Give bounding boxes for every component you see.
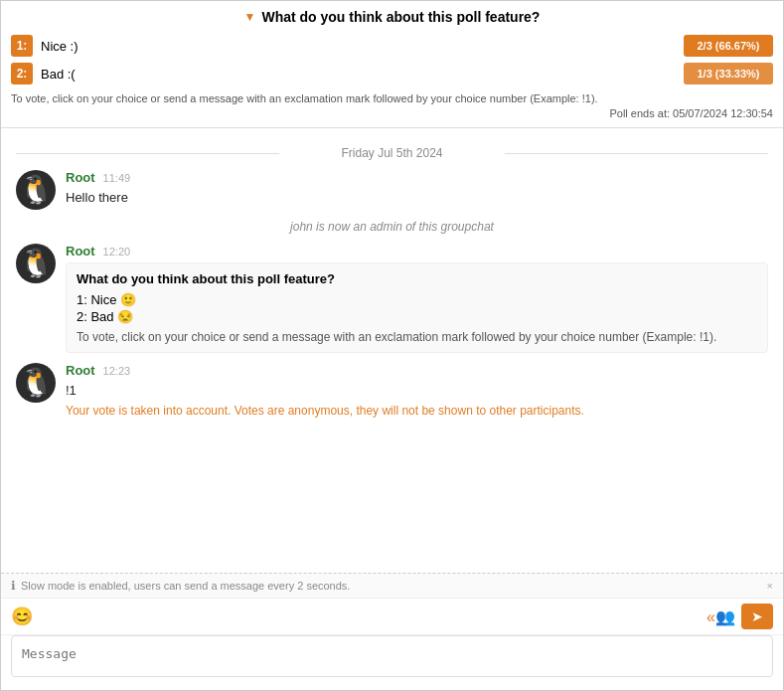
message-row: 🐧 Root 11:49 Hello there bbox=[16, 170, 768, 210]
poll-chevron-icon[interactable]: ▼ bbox=[244, 10, 256, 24]
poll-title: ▼ What do you think about this poll feat… bbox=[11, 9, 773, 25]
avatar-icon: 🐧 bbox=[19, 247, 54, 279]
message-content: Root 11:49 Hello there bbox=[66, 170, 768, 208]
poll-option-2[interactable]: 2: Bad :( 1/3 (33.33%) bbox=[11, 63, 773, 85]
message-input-wrapper bbox=[1, 634, 783, 690]
username: Root bbox=[66, 244, 95, 259]
poll-msg-title: What do you think about this poll featur… bbox=[77, 271, 757, 286]
avatar: 🐧 bbox=[16, 244, 56, 283]
username: Root bbox=[66, 363, 95, 378]
message-text: !1 bbox=[66, 381, 768, 401]
poll-option-1-bar[interactable]: 2/3 (66.67%) bbox=[684, 35, 773, 57]
message-header: Root 11:49 bbox=[66, 170, 768, 185]
poll-vote-info: To vote, click on your choice or send a … bbox=[11, 90, 773, 107]
poll-ends-text: Poll ends at: 05/07/2024 12:30:54 bbox=[11, 107, 773, 119]
message-input[interactable] bbox=[11, 635, 773, 677]
poll-option-1-number: 1: bbox=[11, 35, 33, 57]
slow-mode-close[interactable]: × bbox=[767, 580, 773, 592]
input-toolbar: 😊 «👥 ➤ bbox=[1, 598, 783, 634]
poll-section: ▼ What do you think about this poll feat… bbox=[1, 1, 783, 128]
slow-mode-text: Slow mode is enabled, users can send a m… bbox=[21, 580, 350, 592]
poll-title-text: What do you think about this poll featur… bbox=[261, 9, 540, 25]
username: Root bbox=[66, 170, 95, 185]
poll-option-1-label: Nice :) bbox=[41, 39, 684, 54]
poll-msg-vote-info: To vote, click on your choice or send a … bbox=[77, 330, 757, 344]
message-text: Hello there bbox=[66, 188, 768, 208]
timestamp: 12:20 bbox=[103, 246, 131, 258]
message-row: 🐧 Root 12:20 What do you think about thi… bbox=[16, 244, 768, 353]
message-content: Root 12:23 !1 Your vote is taken into ac… bbox=[66, 363, 768, 419]
chat-area: Friday Jul 5th 2024 🐧 Root 11:49 Hello t… bbox=[1, 128, 783, 574]
poll-message-box: What do you think about this poll featur… bbox=[66, 262, 768, 353]
message-header: Root 12:20 bbox=[66, 244, 768, 259]
poll-option-1[interactable]: 1: Nice :) 2/3 (66.67%) bbox=[11, 35, 773, 57]
message-content: Root 12:20 What do you think about this … bbox=[66, 244, 768, 353]
poll-option-2-number: 2: bbox=[11, 63, 33, 85]
avatar-icon: 🐧 bbox=[19, 366, 54, 399]
message-header: Root 12:23 bbox=[66, 363, 768, 378]
timestamp: 11:49 bbox=[103, 172, 131, 184]
poll-msg-option-1[interactable]: 1: Nice 🙂 bbox=[77, 292, 757, 307]
toolbar-right: «👥 ➤ bbox=[706, 604, 773, 629]
system-message: john is now an admin of this groupchat bbox=[16, 220, 768, 234]
slow-mode-bar: ℹ Slow mode is enabled, users can send a… bbox=[1, 573, 783, 598]
emoji-button[interactable]: 😊 bbox=[11, 605, 33, 627]
send-button[interactable]: ➤ bbox=[741, 604, 773, 629]
reply-group-button[interactable]: «👥 bbox=[706, 607, 735, 626]
vote-feedback: Your vote is taken into account. Votes a… bbox=[66, 404, 768, 418]
poll-option-2-label: Bad :( bbox=[41, 67, 684, 82]
avatar: 🐧 bbox=[16, 170, 56, 210]
poll-msg-option-2[interactable]: 2: Bad 😒 bbox=[77, 309, 757, 324]
info-icon: ℹ bbox=[11, 579, 16, 593]
date-separator: Friday Jul 5th 2024 bbox=[16, 146, 768, 160]
timestamp: 12:23 bbox=[103, 365, 131, 377]
message-row: 🐧 Root 12:23 !1 Your vote is taken into … bbox=[16, 363, 768, 419]
poll-option-2-bar[interactable]: 1/3 (33.33%) bbox=[684, 63, 773, 85]
avatar-icon: 🐧 bbox=[19, 173, 54, 206]
avatar: 🐧 bbox=[16, 363, 56, 403]
